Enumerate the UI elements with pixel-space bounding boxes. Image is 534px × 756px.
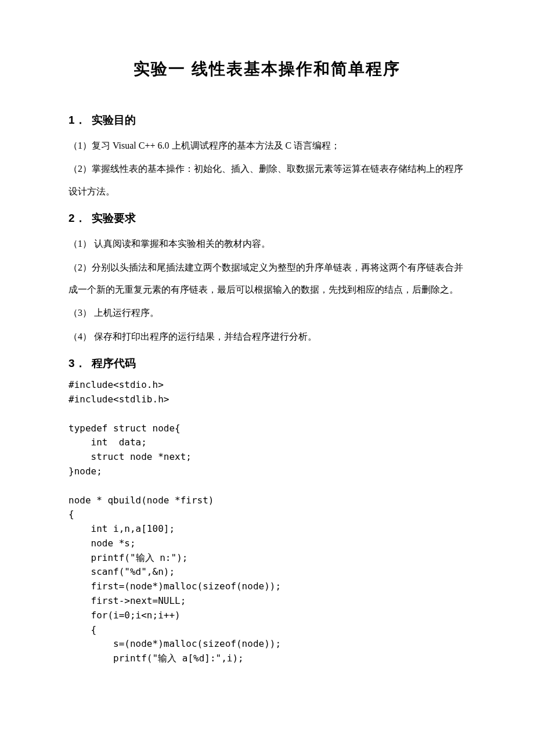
section-2-para-1: （1） 认真阅读和掌握和本实验相关的教材内容。 [68,233,466,255]
code-block: #include<stdio.h> #include<stdlib.h> typ… [68,378,466,666]
section-2-label: 实验要求 [92,212,136,224]
section-1-para-2: （2）掌握线性表的基本操作：初始化、插入、删除、取数据元素等运算在链表存储结构上… [68,158,466,203]
section-2-para-2: （2）分别以头插法和尾插法建立两个数据域定义为整型的升序单链表，再将这两个有序链… [68,257,466,301]
section-3-heading: 3．程序代码 [68,356,466,371]
section-1-number: 1． [68,114,86,126]
section-3-number: 3． [68,357,86,369]
section-1-para-1: （1）复习 Visual C++ 6.0 上机调试程序的基本方法及 C 语言编程… [68,135,466,157]
section-3-label: 程序代码 [92,357,136,369]
section-2-para-3: （3） 上机运行程序。 [68,302,466,324]
section-2-number: 2． [68,212,86,224]
section-1-heading: 1．实验目的 [68,113,466,128]
document-page: 实验一 线性表基本操作和简单程序 1．实验目的 （1）复习 Visual C++… [0,0,534,756]
document-title: 实验一 线性表基本操作和简单程序 [68,58,466,80]
section-2-heading: 2．实验要求 [68,211,466,226]
section-2-para-4: （4） 保存和打印出程序的运行结果，并结合程序进行分析。 [68,326,466,348]
section-1-label: 实验目的 [92,114,136,126]
